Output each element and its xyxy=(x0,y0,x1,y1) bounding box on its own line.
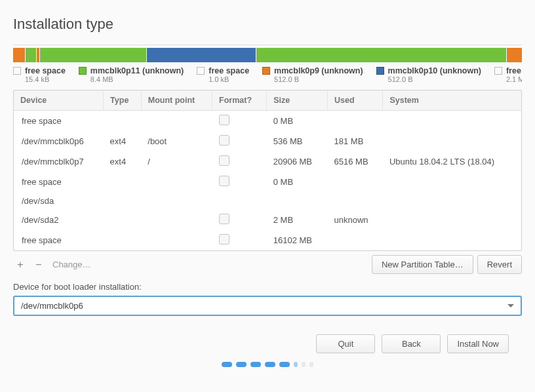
table-cell: 0 MB xyxy=(267,111,328,132)
legend-size: 2.1 MB xyxy=(494,75,522,83)
table-row[interactable]: /dev/sda xyxy=(14,192,521,210)
column-header[interactable]: System xyxy=(383,90,521,111)
partition-table[interactable]: DeviceTypeMount pointFormat?SizeUsedSyst… xyxy=(13,90,522,251)
table-cell xyxy=(141,210,212,230)
table-cell xyxy=(383,131,521,151)
legend-item: free sp2.1 MB xyxy=(494,66,522,83)
legend-item: mmcblk0p11 (unknown)8.4 MB xyxy=(79,66,184,83)
table-cell: ext4 xyxy=(104,131,142,151)
table-cell xyxy=(141,111,212,132)
table-cell xyxy=(212,131,267,151)
table-cell: 16102 MB xyxy=(267,230,328,250)
table-row[interactable]: free space16102 MB xyxy=(14,230,521,250)
legend-swatch xyxy=(262,67,270,75)
legend-swatch xyxy=(13,67,21,75)
legend-size: 512.0 B xyxy=(262,75,363,83)
table-cell xyxy=(104,172,142,192)
legend-name: free space xyxy=(25,66,66,75)
table-cell: free space xyxy=(14,172,104,192)
table-cell: /dev/sda xyxy=(14,192,104,210)
table-cell: free space xyxy=(14,230,104,250)
chevron-down-icon xyxy=(507,304,514,307)
bootloader-label: Device for boot loader installation: xyxy=(13,282,522,292)
table-cell xyxy=(328,192,383,210)
legend-swatch xyxy=(197,67,205,75)
partition-segment[interactable] xyxy=(40,48,146,62)
column-header[interactable]: Mount point xyxy=(141,90,212,111)
legend-item: mmcblk0p10 (unknown)512.0 B xyxy=(376,66,481,83)
change-partition-button[interactable]: Change… xyxy=(52,260,91,269)
page-title: Installation type xyxy=(13,16,522,33)
table-cell: /dev/mmcblk0p6 xyxy=(14,131,104,151)
table-cell xyxy=(104,192,142,210)
format-checkbox[interactable] xyxy=(219,135,229,146)
table-row[interactable]: /dev/mmcblk0p7ext4/20906 MB6516 MBUbuntu… xyxy=(14,151,521,172)
legend-size: 512.0 B xyxy=(376,75,481,83)
format-checkbox[interactable] xyxy=(219,234,229,245)
table-cell xyxy=(212,172,267,192)
format-checkbox[interactable] xyxy=(219,176,229,186)
format-checkbox[interactable] xyxy=(219,115,229,125)
table-cell xyxy=(267,192,328,210)
partition-segment[interactable] xyxy=(26,48,35,62)
column-header[interactable]: Device xyxy=(14,90,104,111)
table-cell: 0 MB xyxy=(267,172,328,192)
table-cell: free space xyxy=(14,111,104,132)
table-cell: 6516 MB xyxy=(328,151,383,172)
table-cell: 2 MB xyxy=(267,210,328,230)
bootloader-device-select[interactable]: /dev/mmcblk0p6 xyxy=(13,296,522,316)
legend-name: mmcblk0p9 (unknown) xyxy=(274,66,363,75)
partition-segment[interactable] xyxy=(13,48,25,62)
column-header[interactable]: Size xyxy=(267,90,328,111)
table-cell xyxy=(212,151,267,172)
table-cell: 181 MB xyxy=(328,131,383,151)
partition-segment[interactable] xyxy=(507,48,522,62)
quit-button[interactable]: Quit xyxy=(316,334,375,353)
legend-swatch xyxy=(376,67,384,75)
table-cell xyxy=(141,192,212,210)
table-cell xyxy=(383,210,521,230)
legend-item: mmcblk0p9 (unknown)512.0 B xyxy=(262,66,363,83)
legend-item: free space15.4 kB xyxy=(13,66,66,83)
table-cell: / xyxy=(141,151,212,172)
partition-segment[interactable] xyxy=(147,48,256,62)
table-cell xyxy=(383,172,521,192)
column-header[interactable]: Used xyxy=(328,90,383,111)
column-header[interactable]: Type xyxy=(104,90,142,111)
table-row[interactable]: /dev/mmcblk0p6ext4/boot536 MB181 MB xyxy=(14,131,521,151)
table-row[interactable]: free space0 MB xyxy=(14,111,521,132)
back-button[interactable]: Back xyxy=(382,334,441,353)
table-cell xyxy=(328,230,383,250)
install-now-button[interactable]: Install Now xyxy=(447,334,509,353)
partition-segment[interactable] xyxy=(37,48,40,62)
legend-swatch xyxy=(79,67,87,75)
progress-indicator xyxy=(222,362,313,367)
add-partition-button[interactable]: + xyxy=(13,258,28,272)
legend-swatch xyxy=(494,67,502,75)
legend-name: mmcblk0p11 (unknown) xyxy=(90,66,184,75)
legend-name: free space xyxy=(208,66,249,75)
table-cell xyxy=(328,172,383,192)
new-partition-table-button[interactable]: New Partition Table… xyxy=(372,255,473,274)
remove-partition-button[interactable]: − xyxy=(31,258,46,272)
legend-name: free sp xyxy=(506,66,522,75)
table-cell xyxy=(383,192,521,210)
column-header[interactable]: Format? xyxy=(212,90,267,111)
legend-size: 8.4 MB xyxy=(79,75,184,83)
legend-size: 1.0 kB xyxy=(197,75,249,83)
table-row[interactable]: /dev/sda22 MBunknown xyxy=(14,210,521,230)
partition-segment[interactable] xyxy=(256,48,506,62)
table-cell xyxy=(104,230,142,250)
table-cell: ext4 xyxy=(104,151,142,172)
table-cell: /dev/mmcblk0p7 xyxy=(14,151,104,172)
table-cell xyxy=(328,111,383,132)
revert-button[interactable]: Revert xyxy=(477,255,522,274)
legend-item: free space1.0 kB xyxy=(197,66,249,83)
format-checkbox[interactable] xyxy=(219,155,229,166)
table-cell: 20906 MB xyxy=(267,151,328,172)
table-cell: /boot xyxy=(141,131,212,151)
table-row[interactable]: free space0 MB xyxy=(14,172,521,192)
format-checkbox[interactable] xyxy=(219,214,229,224)
table-cell: Ubuntu 18.04.2 LTS (18.04) xyxy=(383,151,521,172)
partition-legend: free space15.4 kBmmcblk0p11 (unknown)8.4… xyxy=(13,66,522,87)
